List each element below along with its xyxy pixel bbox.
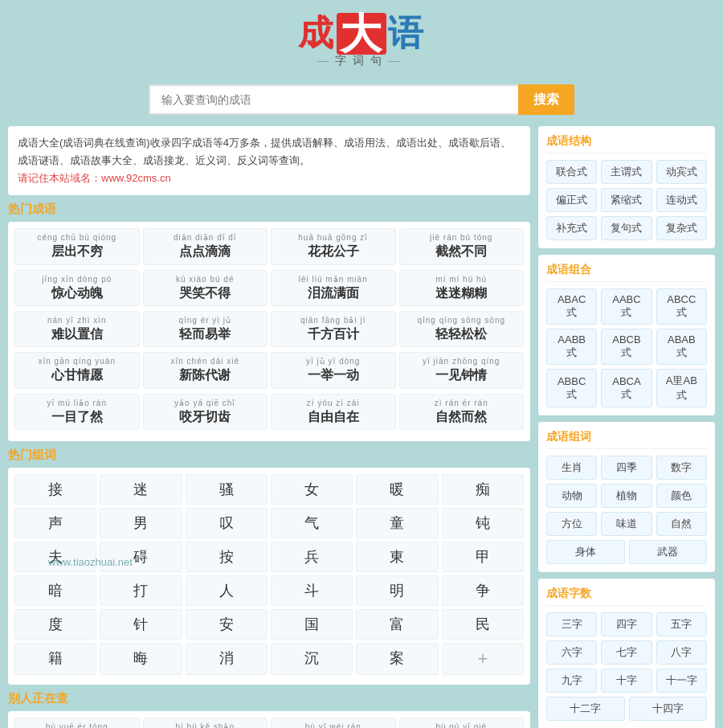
idiom-cell-10[interactable]: qiān fāng bǎi jì 千方百计 (271, 311, 396, 347)
word-cell-5-3[interactable]: 沉 (271, 643, 353, 675)
combo-btn-5[interactable]: ABAB式 (656, 329, 707, 365)
word-cell-0-4[interactable]: 暖 (356, 474, 438, 505)
word-cell-0-0[interactable]: 接 (14, 474, 96, 505)
structure-btn-4[interactable]: 紧缩式 (601, 188, 652, 212)
structure-btn-3[interactable]: 偏正式 (546, 188, 597, 212)
combo-btn-3[interactable]: AABB式 (546, 329, 597, 365)
idiom-cell-19[interactable]: zì rán ér rán 自然而然 (399, 394, 525, 430)
structure-btn-7[interactable]: 复句式 (601, 216, 652, 240)
idiom-cell-5[interactable]: kū xiào bù dé 哭笑不得 (143, 270, 268, 306)
structure-btn-2[interactable]: 动宾式 (656, 160, 707, 184)
combo-btn-1[interactable]: AABC式 (601, 288, 652, 325)
idiom-cell-9[interactable]: qīng ér yì jǔ 轻而易举 (143, 311, 268, 347)
char-count-btn-5[interactable]: 八字 (656, 640, 707, 665)
word-cell-0-1[interactable]: 迷 (100, 474, 182, 505)
char-count-btn-1[interactable]: 四字 (601, 612, 652, 636)
word-cell-5-0[interactable]: 籍 (14, 643, 96, 675)
idiom-cell-15[interactable]: yī jiàn zhōng qíng 一见钟情 (399, 352, 525, 388)
word-cell-4-2[interactable]: 安 (186, 609, 268, 640)
word-cell-0-3[interactable]: 女 (271, 474, 353, 505)
word-cell-4-3[interactable]: 国 (271, 609, 353, 640)
idiom-cell-14[interactable]: yī jǔ yī dòng 一举一动 (271, 352, 396, 388)
word-cell-0-2[interactable]: 骚 (186, 474, 268, 505)
char-count-btn-10[interactable]: 十四字 (629, 697, 708, 721)
word-cell-1-3[interactable]: 气 (271, 508, 353, 538)
word-cell-3-1[interactable]: 打 (100, 575, 182, 606)
word-cell-2-0[interactable]: 夫 (14, 542, 96, 572)
idiom-cell-13[interactable]: xīn chén dài xiè 新陈代谢 (143, 352, 268, 388)
char-count-btn-4[interactable]: 七字 (601, 640, 652, 665)
char-count-btn-6[interactable]: 九字 (546, 669, 597, 693)
char-count-btn-2[interactable]: 五字 (656, 612, 707, 636)
idiom-cell-1[interactable]: diǎn diǎn dī dī 点点滴滴 (143, 228, 268, 264)
word-group-btn-8[interactable]: 自然 (656, 512, 707, 536)
word-cell-3-2[interactable]: 人 (186, 575, 268, 606)
word-group-btn-6[interactable]: 方位 (546, 512, 597, 536)
search-input[interactable] (149, 84, 518, 115)
idiom-cell-6[interactable]: lèi liú mǎn miàn 泪流满面 (271, 270, 396, 306)
structure-btn-8[interactable]: 复杂式 (656, 216, 707, 240)
word-group-btn-3[interactable]: 动物 (546, 484, 597, 508)
word-cell-1-0[interactable]: 声 (14, 508, 96, 538)
word-cell-0-5[interactable]: 痴 (442, 474, 524, 505)
word-cell-1-4[interactable]: 童 (356, 508, 438, 538)
word-cell-2-5[interactable]: 甲 (442, 542, 524, 572)
idiom-cell-7[interactable]: mí mí hú hú 迷迷糊糊 (399, 270, 525, 306)
char-count-btn-9[interactable]: 十二字 (546, 697, 625, 721)
idiom-cell-17[interactable]: yǎo yá qiē chǐ 咬牙切齿 (143, 394, 268, 430)
word-cell-1-5[interactable]: 钝 (442, 508, 524, 538)
idiom-cell-4[interactable]: jīng xīn dòng pò 惊心动魄 (14, 270, 140, 306)
combo-btn-4[interactable]: ABCB式 (601, 329, 652, 365)
word-cell-3-0[interactable]: 暗 (14, 575, 96, 606)
word-cell-1-2[interactable]: 叹 (186, 508, 268, 538)
combo-btn-8[interactable]: A里AB式 (656, 369, 707, 407)
word-group-btn-2[interactable]: 数字 (656, 456, 707, 480)
word-group-btn-7[interactable]: 味道 (601, 512, 652, 536)
word-group-btn-10[interactable]: 武器 (629, 540, 708, 564)
structure-btn-1[interactable]: 主谓式 (601, 160, 652, 184)
word-group-btn-0[interactable]: 生肖 (546, 456, 597, 480)
idiom-cell-2[interactable]: huā huā gōng zǐ 花花公子 (271, 228, 396, 264)
word-cell-4-4[interactable]: 富 (356, 609, 438, 640)
word-cell-3-5[interactable]: 争 (442, 575, 524, 606)
others-cell-3[interactable]: bù gù yī qiè 不顾一切 (399, 718, 525, 728)
char-count-btn-0[interactable]: 三字 (546, 612, 597, 636)
structure-btn-0[interactable]: 联合式 (546, 160, 597, 184)
word-cell-4-1[interactable]: 针 (100, 609, 182, 640)
idiom-cell-11[interactable]: qīng qīng sōng sōng 轻轻松松 (399, 311, 525, 347)
combo-btn-6[interactable]: ABBC式 (546, 369, 597, 407)
word-cell-5-2[interactable]: 消 (186, 643, 268, 675)
char-count-btn-8[interactable]: 十一字 (656, 669, 707, 693)
word-group-btn-4[interactable]: 植物 (601, 484, 652, 508)
word-cell-1-1[interactable]: 男 (100, 508, 182, 538)
search-button[interactable]: 搜索 (518, 84, 574, 115)
word-group-btn-1[interactable]: 四季 (601, 456, 652, 480)
word-cell-2-4[interactable]: 東 (356, 542, 438, 572)
idiom-cell-0[interactable]: céng chū bù qióng 层出不穷 (14, 228, 140, 264)
combo-btn-7[interactable]: ABCA式 (601, 369, 652, 407)
idiom-cell-12[interactable]: xīn gān qíng yuàn 心甘情愿 (14, 352, 140, 388)
idiom-cell-16[interactable]: yī mù liǎo rán 一目了然 (14, 394, 140, 430)
word-cell-5-4[interactable]: 案 (356, 643, 438, 675)
others-cell-2[interactable]: bù yǐ wéi rán 不以为然 (271, 718, 396, 728)
word-cell-4-5[interactable]: 民 (442, 609, 524, 640)
combo-btn-2[interactable]: ABCC式 (656, 288, 707, 325)
structure-btn-5[interactable]: 连动式 (656, 188, 707, 212)
others-cell-1[interactable]: bì bù kě shǎo 必不可少 (143, 718, 268, 728)
word-group-btn-5[interactable]: 颜色 (656, 484, 707, 508)
word-group-btn-9[interactable]: 身体 (546, 540, 625, 564)
word-cell-3-4[interactable]: 明 (356, 575, 438, 606)
word-cell-5-1[interactable]: 晦 (100, 643, 182, 675)
char-count-btn-3[interactable]: 六字 (546, 640, 597, 665)
idiom-cell-3[interactable]: jié rán bù tóng 截然不同 (399, 228, 525, 264)
word-cell-2-2[interactable]: 按 (186, 542, 268, 572)
idiom-cell-8[interactable]: nán yǐ zhì xìn 难以置信 (14, 311, 140, 347)
idiom-cell-18[interactable]: zì yóu zì zài 自由自在 (271, 394, 396, 430)
structure-btn-6[interactable]: 补充式 (546, 216, 597, 240)
combo-btn-0[interactable]: ABAC式 (546, 288, 597, 325)
word-cell-5-5[interactable]: + (442, 643, 524, 675)
word-cell-4-0[interactable]: 度 (14, 609, 96, 640)
char-count-btn-7[interactable]: 十字 (601, 669, 652, 693)
word-cell-2-3[interactable]: 兵 (271, 542, 353, 572)
others-cell-0[interactable]: bù yuē ér tóng 不约而同 (14, 718, 140, 728)
